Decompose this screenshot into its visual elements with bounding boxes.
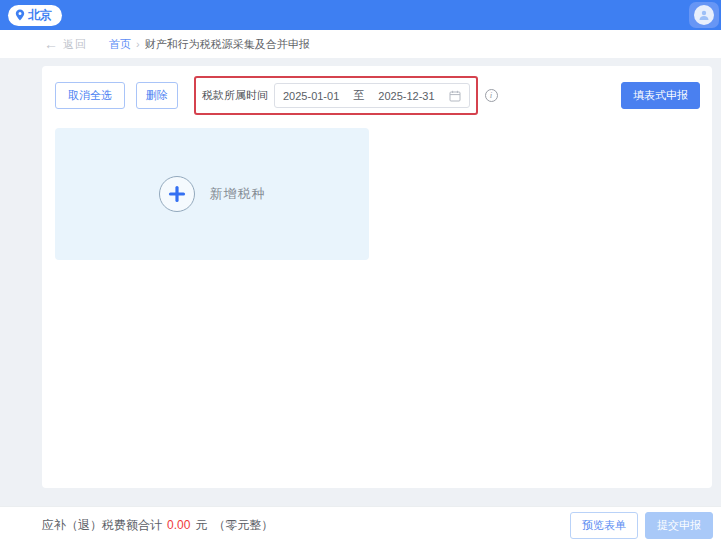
breadcrumb-current: 财产和行为税税源采集及合并申报 — [145, 37, 310, 52]
delete-button[interactable]: 删除 — [136, 82, 178, 109]
plus-circle[interactable] — [159, 176, 195, 212]
total-amount-in-words: （零元整） — [213, 517, 273, 534]
total-label: 应补（退）税费额合计 — [42, 517, 162, 534]
tax-period-highlight-box: 税款所属时间 2025-01-01 至 2025-12-31 — [194, 76, 478, 115]
user-menu[interactable] — [689, 2, 719, 28]
cancel-select-all-button[interactable]: 取消全选 — [55, 82, 125, 109]
calendar-icon — [449, 90, 461, 102]
tax-period-range-input[interactable]: 2025-01-01 至 2025-12-31 — [274, 83, 470, 108]
location-label: 北京 — [28, 7, 52, 24]
period-start-value[interactable]: 2025-01-01 — [283, 90, 339, 102]
user-icon — [698, 9, 710, 21]
app-header: 北京 — [0, 0, 721, 30]
breadcrumb-bar: ← 返回 首页 › 财产和行为税税源采集及合并申报 — [0, 30, 721, 58]
fill-form-declare-button[interactable]: 填表式申报 — [621, 82, 700, 109]
period-to-label: 至 — [353, 88, 364, 103]
info-icon[interactable]: i — [485, 89, 498, 102]
avatar — [694, 5, 714, 25]
back-button[interactable]: 返回 — [63, 37, 87, 52]
page-background: 取消全选 删除 税款所属时间 2025-01-01 至 2025-12-31 i — [0, 58, 721, 506]
tax-period-label: 税款所属时间 — [202, 88, 268, 103]
total-amount: 0.00 — [167, 518, 190, 532]
plus-icon — [168, 185, 186, 203]
footer-bar: 应补（退）税费额合计 0.00 元 （零元整） 预览表单 提交申报 — [0, 506, 721, 543]
content-card: 取消全选 删除 税款所属时间 2025-01-01 至 2025-12-31 i — [42, 66, 712, 488]
add-tax-type-label: 新增税种 — [210, 185, 266, 203]
location-pin-icon — [15, 9, 25, 21]
location-selector[interactable]: 北京 — [8, 5, 62, 26]
add-tax-type-panel[interactable]: 新增税种 — [55, 128, 369, 260]
total-unit: 元 — [195, 517, 207, 534]
back-arrow-icon[interactable]: ← — [44, 36, 58, 52]
preview-form-button[interactable]: 预览表单 — [570, 512, 638, 539]
breadcrumb-separator: › — [136, 38, 140, 50]
period-end-value[interactable]: 2025-12-31 — [378, 90, 434, 102]
submit-declaration-button[interactable]: 提交申报 — [645, 512, 713, 539]
breadcrumb-home[interactable]: 首页 — [109, 37, 131, 52]
toolbar: 取消全选 删除 税款所属时间 2025-01-01 至 2025-12-31 i — [42, 66, 712, 115]
